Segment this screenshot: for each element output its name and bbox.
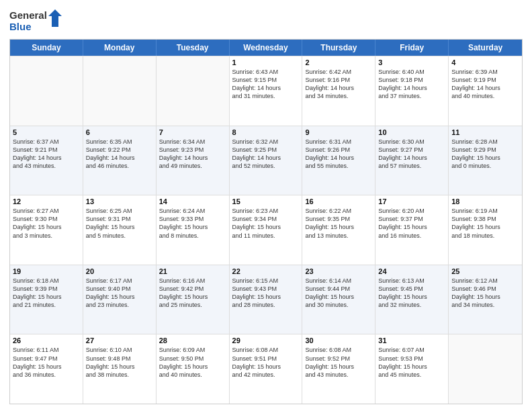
calendar-cell-2-6: 18Sunrise: 6:19 AMSunset: 9:38 PMDayligh…	[449, 195, 522, 265]
cell-line: and 45 minutes.	[378, 371, 445, 379]
svg-text:General: General	[9, 9, 47, 21]
cell-line: Daylight: 15 hours	[378, 293, 445, 301]
calendar-cell-3-1: 20Sunrise: 6:17 AMSunset: 9:40 PMDayligh…	[83, 265, 157, 334]
calendar-cell-0-5: 3Sunrise: 6:40 AMSunset: 9:18 PMDaylight…	[375, 56, 449, 126]
cell-line: Sunrise: 6:42 AM	[305, 68, 372, 76]
svg-marker-2	[48, 9, 62, 27]
cell-line: and 40 minutes.	[451, 92, 519, 100]
cell-line: Sunrise: 6:28 AM	[451, 138, 519, 146]
calendar-cell-3-4: 23Sunrise: 6:14 AMSunset: 9:44 PMDayligh…	[302, 265, 375, 334]
cell-line: and 25 minutes.	[159, 301, 226, 309]
header: General Blue	[9, 7, 523, 34]
calendar-cell-2-4: 16Sunrise: 6:22 AMSunset: 9:35 PMDayligh…	[302, 195, 375, 265]
cell-line: Sunrise: 6:18 AM	[13, 277, 80, 285]
cell-line: Sunset: 9:15 PM	[232, 76, 300, 84]
cell-line: Sunrise: 6:08 AM	[305, 346, 372, 354]
cell-line: Daylight: 14 hours	[86, 154, 153, 162]
cell-line: Sunrise: 6:30 AM	[378, 138, 445, 146]
cell-line: Sunrise: 6:43 AM	[232, 68, 300, 76]
day-number: 22	[232, 267, 300, 275]
calendar-cell-4-4: 30Sunrise: 6:08 AMSunset: 9:52 PMDayligh…	[302, 334, 375, 404]
cell-line: Sunrise: 6:12 AM	[451, 277, 519, 285]
calendar-cell-4-0: 26Sunrise: 6:11 AMSunset: 9:47 PMDayligh…	[10, 334, 83, 404]
calendar-cell-2-3: 15Sunrise: 6:23 AMSunset: 9:34 PMDayligh…	[230, 195, 303, 265]
day-number: 15	[232, 197, 300, 205]
day-number: 26	[13, 336, 80, 345]
calendar: SundayMondayTuesdayWednesdayThursdayFrid…	[9, 39, 523, 404]
cell-line: Sunrise: 6:13 AM	[378, 277, 445, 285]
day-number: 30	[305, 336, 372, 345]
cell-line: Sunrise: 6:37 AM	[13, 138, 80, 146]
header-day-thursday: Thursday	[302, 40, 375, 56]
cell-line: and 32 minutes.	[378, 301, 445, 309]
day-number: 7	[159, 128, 226, 136]
cell-line: Daylight: 15 hours	[13, 223, 80, 231]
calendar-cell-1-1: 6Sunrise: 6:35 AMSunset: 9:22 PMDaylight…	[83, 126, 157, 195]
cell-line: Daylight: 15 hours	[159, 223, 226, 231]
header-day-tuesday: Tuesday	[157, 40, 230, 56]
cell-line: and 3 minutes.	[13, 232, 80, 240]
svg-text:Blue: Blue	[9, 21, 32, 32]
cell-line: Daylight: 15 hours	[378, 223, 445, 231]
cell-line: Sunset: 9:27 PM	[378, 146, 445, 154]
cell-line: Sunset: 9:16 PM	[305, 76, 372, 84]
cell-line: and 40 minutes.	[159, 371, 226, 379]
cell-line: Daylight: 14 hours	[232, 84, 300, 92]
calendar-cell-1-0: 5Sunrise: 6:37 AMSunset: 9:21 PMDaylight…	[10, 126, 83, 195]
cell-line: Sunrise: 6:10 AM	[86, 346, 153, 354]
cell-line: and 34 minutes.	[451, 301, 519, 309]
header-day-wednesday: Wednesday	[230, 40, 303, 56]
day-number: 13	[86, 197, 153, 205]
day-number: 21	[159, 267, 226, 275]
calendar-cell-0-1	[83, 56, 157, 126]
cell-line: and 38 minutes.	[86, 371, 153, 379]
cell-line: Daylight: 15 hours	[451, 293, 519, 301]
cell-line: Daylight: 15 hours	[13, 363, 80, 371]
cell-line: and 37 minutes.	[378, 92, 445, 100]
cell-line: Daylight: 14 hours	[232, 154, 300, 162]
day-number: 20	[86, 267, 153, 275]
cell-line: and 55 minutes.	[305, 162, 372, 170]
page: General Blue SundayMondayTuesdayWednesda…	[0, 0, 532, 411]
cell-line: Sunrise: 6:31 AM	[305, 138, 372, 146]
day-number: 2	[305, 58, 372, 66]
cell-line: Daylight: 15 hours	[305, 293, 372, 301]
cell-line: Sunset: 9:47 PM	[13, 355, 80, 363]
cell-line: Sunrise: 6:14 AM	[305, 277, 372, 285]
cell-line: Sunset: 9:43 PM	[232, 285, 300, 293]
cell-line: Daylight: 15 hours	[378, 363, 445, 371]
header-day-saturday: Saturday	[449, 40, 522, 56]
day-number: 9	[305, 128, 372, 136]
cell-line: and 49 minutes.	[159, 162, 226, 170]
cell-line: Sunset: 9:42 PM	[159, 285, 226, 293]
cell-line: Daylight: 14 hours	[305, 154, 372, 162]
calendar-cell-0-0	[10, 56, 83, 126]
calendar-cell-4-3: 29Sunrise: 6:08 AMSunset: 9:51 PMDayligh…	[230, 334, 303, 404]
cell-line: and 28 minutes.	[232, 301, 300, 309]
cell-line: Daylight: 14 hours	[305, 84, 372, 92]
cell-line: Sunrise: 6:25 AM	[86, 207, 153, 215]
cell-line: Sunset: 9:45 PM	[378, 285, 445, 293]
cell-line: Daylight: 14 hours	[451, 84, 519, 92]
day-number: 18	[451, 197, 519, 205]
cell-line: Sunset: 9:29 PM	[451, 146, 519, 154]
day-number: 29	[232, 336, 300, 345]
cell-line: Daylight: 14 hours	[13, 154, 80, 162]
cell-line: Sunrise: 6:40 AM	[378, 68, 445, 76]
cell-line: Sunset: 9:51 PM	[232, 355, 300, 363]
calendar-cell-3-6: 25Sunrise: 6:12 AMSunset: 9:46 PMDayligh…	[449, 265, 522, 334]
cell-line: Sunset: 9:52 PM	[305, 355, 372, 363]
cell-line: and 23 minutes.	[86, 301, 153, 309]
cell-line: Daylight: 15 hours	[305, 363, 372, 371]
cell-line: Sunrise: 6:39 AM	[451, 68, 519, 76]
cell-line: Sunset: 9:48 PM	[86, 355, 153, 363]
cell-line: Daylight: 15 hours	[86, 293, 153, 301]
cell-line: Sunrise: 6:16 AM	[159, 277, 226, 285]
cell-line: Sunrise: 6:09 AM	[159, 346, 226, 354]
calendar-cell-3-3: 22Sunrise: 6:15 AMSunset: 9:43 PMDayligh…	[230, 265, 303, 334]
header-day-sunday: Sunday	[10, 40, 83, 56]
day-number: 23	[305, 267, 372, 275]
cell-line: Sunset: 9:37 PM	[378, 215, 445, 223]
cell-line: and 11 minutes.	[232, 232, 300, 240]
cell-line: and 30 minutes.	[305, 301, 372, 309]
